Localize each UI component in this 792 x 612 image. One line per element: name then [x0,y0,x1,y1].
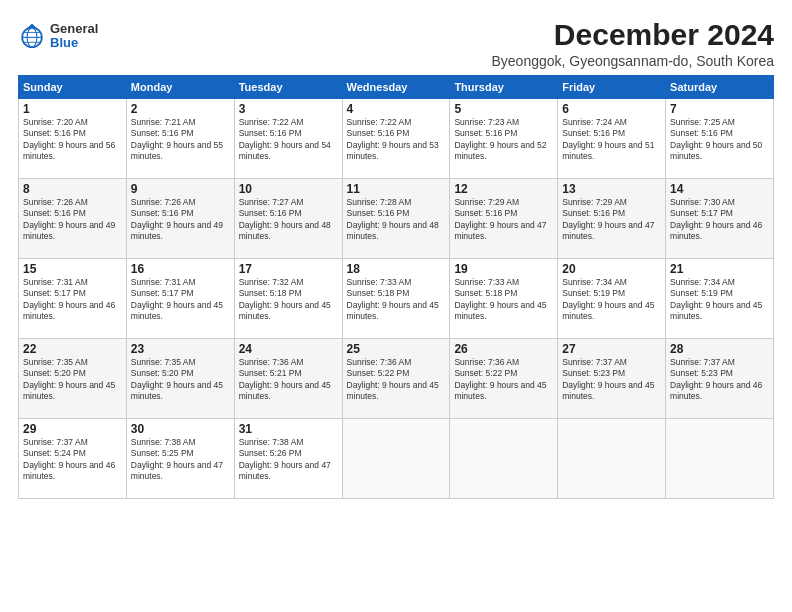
calendar-cell: 28 Sunrise: 7:37 AMSunset: 5:23 PMDaylig… [666,339,774,419]
day-number: 26 [454,342,553,356]
day-number: 15 [23,262,122,276]
day-info: Sunrise: 7:32 AMSunset: 5:18 PMDaylight:… [239,277,331,321]
calendar-cell: 26 Sunrise: 7:36 AMSunset: 5:22 PMDaylig… [450,339,558,419]
day-number: 1 [23,102,122,116]
calendar-cell: 23 Sunrise: 7:35 AMSunset: 5:20 PMDaylig… [126,339,234,419]
calendar-cell: 25 Sunrise: 7:36 AMSunset: 5:22 PMDaylig… [342,339,450,419]
day-info: Sunrise: 7:36 AMSunset: 5:22 PMDaylight:… [347,357,439,401]
day-info: Sunrise: 7:35 AMSunset: 5:20 PMDaylight:… [131,357,223,401]
col-friday: Friday [558,76,666,99]
calendar-cell [666,419,774,499]
logo: General Blue [18,22,98,51]
calendar-cell: 11 Sunrise: 7:28 AMSunset: 5:16 PMDaylig… [342,179,450,259]
calendar-cell: 13 Sunrise: 7:29 AMSunset: 5:16 PMDaylig… [558,179,666,259]
day-info: Sunrise: 7:37 AMSunset: 5:23 PMDaylight:… [670,357,762,401]
day-number: 16 [131,262,230,276]
calendar-page: General Blue December 2024 Byeonggok, Gy… [0,0,792,612]
day-number: 10 [239,182,338,196]
day-info: Sunrise: 7:34 AMSunset: 5:19 PMDaylight:… [562,277,654,321]
calendar-week-4: 22 Sunrise: 7:35 AMSunset: 5:20 PMDaylig… [19,339,774,419]
day-number: 6 [562,102,661,116]
calendar-table: Sunday Monday Tuesday Wednesday Thursday… [18,75,774,499]
day-number: 4 [347,102,446,116]
day-info: Sunrise: 7:29 AMSunset: 5:16 PMDaylight:… [562,197,654,241]
day-number: 22 [23,342,122,356]
day-number: 23 [131,342,230,356]
calendar-cell: 9 Sunrise: 7:26 AMSunset: 5:16 PMDayligh… [126,179,234,259]
calendar-cell: 5 Sunrise: 7:23 AMSunset: 5:16 PMDayligh… [450,99,558,179]
calendar-cell: 27 Sunrise: 7:37 AMSunset: 5:23 PMDaylig… [558,339,666,419]
day-number: 30 [131,422,230,436]
calendar-cell: 18 Sunrise: 7:33 AMSunset: 5:18 PMDaylig… [342,259,450,339]
day-info: Sunrise: 7:33 AMSunset: 5:18 PMDaylight:… [347,277,439,321]
calendar-cell: 16 Sunrise: 7:31 AMSunset: 5:17 PMDaylig… [126,259,234,339]
calendar-cell [450,419,558,499]
day-number: 24 [239,342,338,356]
day-number: 7 [670,102,769,116]
calendar-cell [558,419,666,499]
col-wednesday: Wednesday [342,76,450,99]
calendar-cell: 3 Sunrise: 7:22 AMSunset: 5:16 PMDayligh… [234,99,342,179]
day-number: 29 [23,422,122,436]
day-number: 5 [454,102,553,116]
day-number: 28 [670,342,769,356]
calendar-cell: 29 Sunrise: 7:37 AMSunset: 5:24 PMDaylig… [19,419,127,499]
day-info: Sunrise: 7:36 AMSunset: 5:21 PMDaylight:… [239,357,331,401]
calendar-cell: 30 Sunrise: 7:38 AMSunset: 5:25 PMDaylig… [126,419,234,499]
main-title: December 2024 [491,18,774,51]
day-number: 25 [347,342,446,356]
calendar-week-5: 29 Sunrise: 7:37 AMSunset: 5:24 PMDaylig… [19,419,774,499]
calendar-cell [342,419,450,499]
calendar-week-1: 1 Sunrise: 7:20 AMSunset: 5:16 PMDayligh… [19,99,774,179]
day-number: 31 [239,422,338,436]
calendar-week-3: 15 Sunrise: 7:31 AMSunset: 5:17 PMDaylig… [19,259,774,339]
day-number: 14 [670,182,769,196]
day-info: Sunrise: 7:38 AMSunset: 5:26 PMDaylight:… [239,437,331,481]
day-info: Sunrise: 7:23 AMSunset: 5:16 PMDaylight:… [454,117,546,161]
subtitle: Byeonggok, Gyeongsannam-do, South Korea [491,53,774,69]
day-number: 17 [239,262,338,276]
calendar-cell: 2 Sunrise: 7:21 AMSunset: 5:16 PMDayligh… [126,99,234,179]
calendar-cell: 24 Sunrise: 7:36 AMSunset: 5:21 PMDaylig… [234,339,342,419]
day-info: Sunrise: 7:36 AMSunset: 5:22 PMDaylight:… [454,357,546,401]
day-number: 12 [454,182,553,196]
day-info: Sunrise: 7:21 AMSunset: 5:16 PMDaylight:… [131,117,223,161]
day-info: Sunrise: 7:22 AMSunset: 5:16 PMDaylight:… [239,117,331,161]
day-info: Sunrise: 7:35 AMSunset: 5:20 PMDaylight:… [23,357,115,401]
calendar-cell: 19 Sunrise: 7:33 AMSunset: 5:18 PMDaylig… [450,259,558,339]
day-number: 3 [239,102,338,116]
day-info: Sunrise: 7:29 AMSunset: 5:16 PMDaylight:… [454,197,546,241]
calendar-cell: 4 Sunrise: 7:22 AMSunset: 5:16 PMDayligh… [342,99,450,179]
title-block: December 2024 Byeonggok, Gyeongsannam-do… [491,18,774,69]
day-number: 8 [23,182,122,196]
calendar-cell: 21 Sunrise: 7:34 AMSunset: 5:19 PMDaylig… [666,259,774,339]
calendar-cell: 12 Sunrise: 7:29 AMSunset: 5:16 PMDaylig… [450,179,558,259]
header: General Blue December 2024 Byeonggok, Gy… [18,18,774,69]
col-tuesday: Tuesday [234,76,342,99]
day-info: Sunrise: 7:24 AMSunset: 5:16 PMDaylight:… [562,117,654,161]
day-info: Sunrise: 7:37 AMSunset: 5:24 PMDaylight:… [23,437,115,481]
day-number: 27 [562,342,661,356]
col-thursday: Thursday [450,76,558,99]
day-info: Sunrise: 7:26 AMSunset: 5:16 PMDaylight:… [23,197,115,241]
col-monday: Monday [126,76,234,99]
calendar-cell: 10 Sunrise: 7:27 AMSunset: 5:16 PMDaylig… [234,179,342,259]
calendar-cell: 8 Sunrise: 7:26 AMSunset: 5:16 PMDayligh… [19,179,127,259]
calendar-week-2: 8 Sunrise: 7:26 AMSunset: 5:16 PMDayligh… [19,179,774,259]
calendar-cell: 22 Sunrise: 7:35 AMSunset: 5:20 PMDaylig… [19,339,127,419]
day-info: Sunrise: 7:33 AMSunset: 5:18 PMDaylight:… [454,277,546,321]
logo-general-label: General [50,22,98,36]
calendar-cell: 6 Sunrise: 7:24 AMSunset: 5:16 PMDayligh… [558,99,666,179]
day-number: 13 [562,182,661,196]
day-number: 18 [347,262,446,276]
header-row: Sunday Monday Tuesday Wednesday Thursday… [19,76,774,99]
day-number: 9 [131,182,230,196]
day-info: Sunrise: 7:31 AMSunset: 5:17 PMDaylight:… [23,277,115,321]
calendar-cell: 17 Sunrise: 7:32 AMSunset: 5:18 PMDaylig… [234,259,342,339]
day-info: Sunrise: 7:31 AMSunset: 5:17 PMDaylight:… [131,277,223,321]
day-info: Sunrise: 7:38 AMSunset: 5:25 PMDaylight:… [131,437,223,481]
calendar-cell: 1 Sunrise: 7:20 AMSunset: 5:16 PMDayligh… [19,99,127,179]
day-number: 11 [347,182,446,196]
logo-icon [18,22,46,50]
day-info: Sunrise: 7:34 AMSunset: 5:19 PMDaylight:… [670,277,762,321]
